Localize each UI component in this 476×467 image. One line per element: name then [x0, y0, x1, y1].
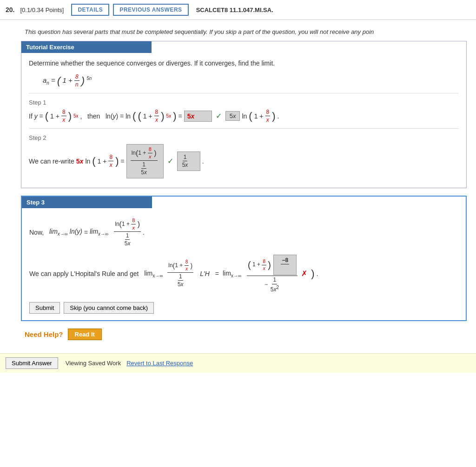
step1-label: Step 1 — [29, 99, 459, 106]
read-it-button[interactable]: Read It — [68, 329, 102, 340]
step1-text: If y = — [29, 112, 43, 120]
step3-header: Step 3 — [22, 197, 152, 208]
step2-answer-box: ln(1 + 8 x ) 1 5x — [126, 144, 164, 178]
step3-box: Step 3 Now, limx→∞ ln(y) = limx→∞ — [21, 196, 467, 321]
step3-body: Now, limx→∞ ln(y) = limx→∞ ln(1 + — [22, 208, 466, 320]
step3-apply-text: We can apply L'Hopital's Rule and get — [29, 270, 142, 277]
step2-math: We can re-write 5x ln ( 1 + 8 x ) = — [29, 144, 459, 178]
step2-hint-box: 1 5x — [177, 151, 200, 171]
main-content: This question has several parts that mus… — [0, 20, 476, 349]
question-number: 20. — [6, 6, 14, 13]
bottom-bar: Submit Answer Viewing Saved Work Revert … — [0, 353, 476, 373]
revert-link[interactable]: Revert to Last Response — [126, 360, 193, 367]
tutorial-body: Determine whether the sequence converges… — [21, 53, 466, 188]
notice-text: This question has several parts that mus… — [21, 28, 467, 35]
need-help-label: Need Help? — [25, 330, 63, 338]
step2-text: We can re-write — [29, 158, 74, 165]
step3-now-text: Now, — [29, 229, 47, 236]
submit-answer-button[interactable]: Submit Answer — [6, 357, 58, 369]
step3-cross: ✗ — [301, 269, 307, 278]
tutorial-box: Tutorial Exercise Determine whether the … — [21, 41, 467, 188]
problem-statement: Determine whether the sequence converges… — [29, 59, 459, 67]
tutorial-header: Tutorial Exercise — [21, 41, 152, 53]
sequence-formula: an = ( 1 + 8 n ) 5n — [43, 73, 459, 88]
details-button[interactable]: DETAILS — [71, 4, 109, 16]
points-badge: [0.1/0.34 Points] — [20, 7, 64, 13]
step3-lim-line: Now, limx→∞ ln(y) = limx→∞ ln(1 + — [29, 217, 458, 247]
frac-num-8: 8 — [74, 73, 79, 81]
scalcet-label: SCALCET8 11.1.047.MI.SA. — [196, 7, 273, 13]
step3-lhopital-line: We can apply L'Hopital's Rule and get li… — [29, 255, 458, 293]
step2-label: Step 2 — [29, 134, 459, 141]
step1-math: If y = ( 1 + 8 x ) 5x , then ln(y) = ln … — [29, 109, 459, 124]
need-help-row: Need Help? Read It — [21, 329, 467, 340]
submit-button[interactable]: Submit — [29, 302, 60, 314]
step1-check: ✓ — [216, 112, 222, 120]
previous-answers-button[interactable]: PREVIOUS ANSWERS — [113, 4, 188, 16]
step2-check: ✓ — [167, 157, 173, 165]
step1-input[interactable]: 5x — [184, 111, 212, 122]
step1-answer: 5x — [225, 111, 240, 121]
step3-buttons: Submit Skip (you cannot come back) — [29, 302, 458, 314]
frac-den-n: n — [74, 81, 79, 88]
step3-input[interactable] — [278, 264, 292, 273]
viewing-text: Viewing Saved Work — [66, 360, 121, 367]
header-row: 20. [0.1/0.34 Points] DETAILS PREVIOUS A… — [0, 0, 476, 20]
skip-button[interactable]: Skip (you cannot come back) — [64, 302, 154, 314]
